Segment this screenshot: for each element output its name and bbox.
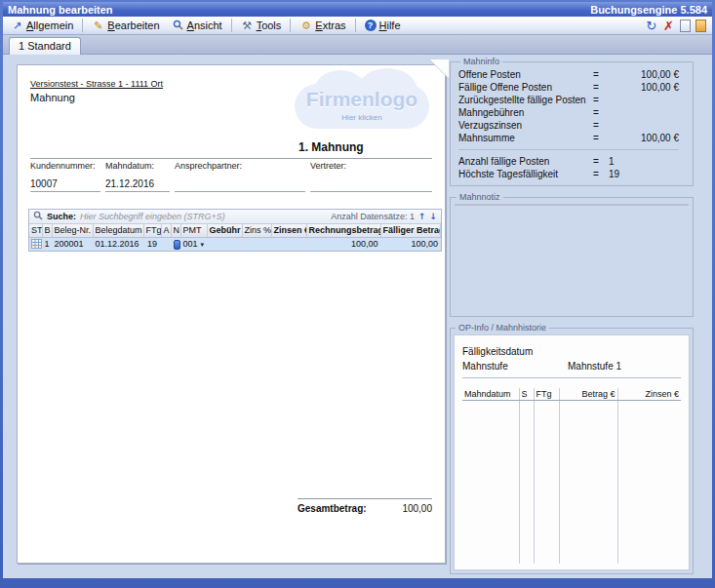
col-zinsen[interactable]: Zinsen € [271,224,306,237]
menu-tools-label: Tools [257,20,282,31]
col-belegdatum[interactable]: Belegdatum [93,224,143,237]
document-fields: Kundennummer: 10007 Mahndatum: 21.12.201… [30,158,432,192]
info-row: Mahngebühren= [458,106,679,119]
delete-icon[interactable]: ✗ [662,20,675,32]
menu-extras-label: Extras [315,20,345,31]
op-info-panel: Fälligkeitsdatum Mahnstufe Mahnstufe 1 [454,334,690,570]
col-ftg[interactable]: FTg [143,224,161,237]
info-row: Fällige Offene Posten=100,00 € [458,81,679,94]
col-zins-prozent[interactable]: Zins % [242,224,271,237]
logo-text: Firmenlogo [289,88,435,111]
toolbar-separator [82,19,83,32]
field-value[interactable]: 21.12.2016 [105,178,154,189]
info-row: Höchste Tagesfälligkeit=19 [458,168,679,180]
total-label: Gesamtbetrag: [298,503,367,514]
col-a[interactable]: A [161,224,171,237]
col-n[interactable]: N [171,224,180,237]
op-info-title: OP-Info / Mahnhistorie [456,323,549,333]
dunning-heading: 1. Mahnung [298,140,364,154]
col-gebuehr[interactable]: Gebühr € [207,224,242,237]
dropdown-icon[interactable]: ▾ [201,241,205,248]
col-rechnungsbetrag[interactable]: Rechnungsbetrag € [306,224,380,237]
mahnstufe-row: Mahnstufe Mahnstufe 1 [462,359,681,373]
search-input[interactable] [80,212,327,221]
mahnstufe-value: Mahnstufe 1 [568,361,621,372]
field-vertreter[interactable]: Vertreter: [310,161,432,192]
sender-address-line[interactable]: Versionstest - Strasse 1 - 1111 Ort [30,79,163,89]
info-row: Zurückgestellte fällige Posten= [458,94,679,106]
field-value[interactable]: 10007 [30,178,58,189]
field-label: Ansprechpartner: [175,161,305,171]
divider [462,377,681,378]
right-panel: Mahninfo Offene Posten=100,00 € Fällige … [450,57,694,574]
pencil-icon: ✎ [92,20,104,31]
record-count: Anzahl Datensätze: 1 [331,212,415,221]
mahnnotiz-textarea[interactable] [455,204,689,206]
cell-rechnungsbetrag: 100,00 [306,237,380,251]
field-label: Mahndatum: [105,161,170,171]
note-icon [174,240,180,250]
tools-icon: ⚒ [241,20,254,31]
col-beleg-nr[interactable]: Beleg-Nr. [52,224,93,237]
cell-beleg-nr: 200001 [52,237,93,251]
tab-standard[interactable]: 1 Standard [9,37,81,55]
col-ftg: FTg [534,388,559,401]
app-version: Buchungsengine 5.584 [590,4,707,16]
export-icon[interactable] [695,20,706,32]
history-table-wrap: Mahndatum S FTg Betrag € Zinsen € [462,388,681,564]
menu-allgemein[interactable]: ↗ Allgemein [6,18,78,33]
history-empty-row [462,401,681,565]
menu-extras[interactable]: ⚙ Extras [295,18,350,33]
grid-header-row: ST B Beleg-Nr. Belegdatum FTg A N PMT Ge… [29,224,441,237]
field-mahndatum[interactable]: Mahndatum: 21.12.2016 [105,161,170,192]
col-b[interactable]: B [42,224,52,237]
mahninfo-group: Mahninfo Offene Posten=100,00 € Fällige … [450,57,694,186]
info-row: Anzahl fällige Posten=1 [458,155,679,168]
refresh-icon[interactable]: ↻ [645,20,657,32]
menu-tools[interactable]: ⚒ Tools [236,18,287,33]
mahninfo-title: Mahninfo [460,57,502,66]
nav-up-icon[interactable]: ↑ [418,212,426,221]
field-kundennummer[interactable]: Kundennummer: 10007 [30,161,100,192]
col-betrag: Betrag € [559,388,617,401]
menu-ansicht-label: Ansicht [187,20,222,31]
field-label: Vertreter: [310,161,432,171]
faelligkeitsdatum-label: Fälligkeitsdatum [462,346,568,357]
nav-down-icon[interactable]: ↓ [429,212,437,221]
mahnnotiz-title: Mahnnotiz [457,192,503,202]
field-label: Kundennummer: [30,161,100,171]
menu-hilfe[interactable]: ? Hilfe [360,18,406,33]
cell-a [161,237,171,251]
cell-pmt[interactable]: 001▾ [180,237,207,251]
company-logo-placeholder[interactable]: Firmenlogo Hier klicken [289,67,435,137]
toolbar: ↗ Allgemein ✎ Bearbeiten Ansicht ⚒ Tools… [3,17,712,35]
app-window: Mahnung bearbeiten Buchungsengine 5.584 … [0,0,715,588]
magnifier-icon [172,20,184,32]
menu-bearbeiten[interactable]: ✎ Bearbeiten [87,18,164,33]
field-ansprechpartner[interactable]: Ansprechpartner: [175,161,305,192]
col-zinsen: Zinsen € [617,388,681,401]
toolbar-separator [355,19,356,32]
cell-gebuehr [207,237,242,251]
menu-bearbeiten-label: Bearbeiten [107,20,159,31]
document-page: Versionstest - Strasse 1 - 1111 Ort Mahn… [17,64,446,564]
menu-ansicht[interactable]: Ansicht [167,18,227,34]
col-pmt[interactable]: PMT [180,224,207,237]
op-info-group: OP-Info / Mahnhistorie Fälligkeitsdatum … [450,323,694,574]
titlebar[interactable]: Mahnung bearbeiten Buchungsengine 5.584 [3,2,712,17]
info-row: Mahnsumme=100,00 € [458,132,679,144]
arrow-up-right-icon: ↗ [11,20,23,31]
col-st[interactable]: ST [29,224,42,237]
col-mahndatum: Mahndatum [462,388,519,401]
help-icon: ? [365,20,377,31]
logo-hint: Hier klicken [289,113,435,122]
menu-hilfe-label: Hilfe [379,20,401,31]
history-header-row: Mahndatum S FTg Betrag € Zinsen € [462,388,681,401]
main-content: Versionstest - Strasse 1 - 1111 Ort Mahn… [3,55,712,578]
col-faelliger-betrag[interactable]: Fälliger Betrag € [380,224,441,237]
report-icon[interactable] [680,20,691,32]
cell-zins-prozent [242,237,271,251]
info-row: Offene Posten=100,00 € [458,68,679,81]
record-grid-icon [31,239,40,249]
grid-row-selected[interactable]: 1 200001 01.12.2016 19 001▾ 100,00 100,0… [29,237,441,251]
